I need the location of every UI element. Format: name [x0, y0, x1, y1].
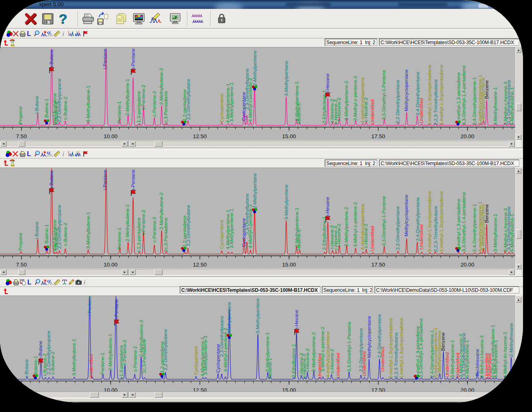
svg-text:12.50: 12.50 [193, 133, 207, 139]
svg-text:3-Methylpentane: 3-Methylpentane [255, 298, 260, 334]
svg-text:Unidentified: Unidentified [444, 352, 450, 377]
svg-text:3-methyl-1,3-pentadiene: 3-methyl-1,3-pentadiene [456, 199, 461, 250]
svg-text:n-Butane: n-Butane [49, 49, 54, 69]
svg-text:2,4-Dimethylpentene-1: 2,4-Dimethylpentene-1 [472, 77, 477, 125]
svg-text:t-Pentene-2: t-Pentene-2 [140, 210, 146, 235]
svg-text:2-Methylhexane: 2-Methylhexane [508, 323, 514, 357]
svg-text:17.50: 17.50 [372, 133, 385, 139]
svg-text:c-Pentene-2: c-Pentene-2 [151, 217, 157, 242]
svg-text:4-Methyl-t-pentene-2: 4-Methyl-t-pentene-2 [247, 204, 253, 249]
svg-text:3,3-Dimethyl-1,4-pentadiene: 3,3-Dimethyl-1,4-pentadiene [461, 192, 466, 252]
svg-text:1c,3-Pentadiene: 1c,3-Pentadiene [163, 91, 168, 125]
svg-text:c-Butene-2: c-Butene-2 [50, 352, 55, 375]
svg-text:Butene-1: Butene-1 [33, 356, 38, 375]
svg-text:i: i [84, 279, 86, 286]
svg-text:Butene-1: Butene-1 [44, 224, 49, 244]
svg-text:3-Methylbutene-1: 3-Methylbutene-1 [85, 212, 91, 249]
svg-text:Benzene: Benzene [484, 204, 489, 223]
svg-text:2-Methylbutene-1: 2-Methylbutene-1 [125, 204, 130, 241]
svg-text:5-methyl-1,3cyclopentadiene: 5-methyl-1,3cyclopentadiene [427, 65, 432, 125]
svg-text:10.00: 10.00 [104, 262, 118, 268]
svg-text:c-Pentene-2: c-Pentene-2 [151, 91, 157, 117]
svg-text:t-Hexene-2: t-Hexene-2 [336, 97, 341, 121]
svg-text:3,3-Dimethyl-1-Pentene: 3,3-Dimethyl-1-Pentene [381, 196, 386, 246]
svg-text:5-methyl-1,3cyclopentadiene: 5-methyl-1,3cyclopentadiene [388, 318, 393, 378]
svg-text:1101: 1101 [20, 279, 24, 281]
svg-text:i-Pentane: i-Pentane [87, 296, 92, 316]
svg-text:Unidentified: Unidentified [361, 352, 367, 376]
svg-text:2-Methylpentene-2: 2-Methylpentene-2 [343, 207, 349, 246]
svg-text:Cyclopentene: Cyclopentene [219, 94, 224, 123]
svg-text:4-Methylhexene-1: 4-Methylhexene-1 [493, 340, 498, 378]
svg-text:Hexene-1: Hexene-1 [296, 103, 301, 123]
svg-text:2,2-Dimethylpropane: 2,2-Dimethylpropane [56, 205, 62, 249]
svg-text:2,2,3-Trimethylbutane: 2,2,3-Trimethylbutane [433, 79, 438, 125]
svg-text:Methylcyclopentane: Methylcyclopentane [366, 316, 372, 358]
svg-text:Unidentified: Unidentified [380, 347, 385, 372]
svg-text:Unidentified: Unidentified [418, 98, 424, 123]
svg-text:t-Pentene-2: t-Pentene-2 [140, 85, 146, 110]
svg-text:2-Methylpentane: 2-Methylpentane [252, 50, 257, 85]
svg-text:n-Pentane: n-Pentane [130, 48, 136, 70]
svg-text:3-Methylhexene-1: 3-Methylhexene-1 [492, 214, 498, 252]
svg-text:7.50: 7.50 [16, 387, 27, 392]
svg-text:i-Butane: i-Butane [24, 359, 29, 377]
svg-text:i-Pentane: i-Pentane [102, 170, 107, 190]
svg-text:5-Methylhexene-1: 5-Methylhexene-1 [464, 340, 470, 378]
svg-text:3-Methylhexene-1: 3-Methylhexene-1 [450, 340, 455, 378]
svg-text:n-Hexane: n-Hexane [325, 74, 330, 94]
svg-text:c-Butene-2: c-Butene-2 [62, 96, 68, 120]
svg-text:n-Hexane: n-Hexane [294, 310, 299, 330]
svg-text:3-Methylbutene-1: 3-Methylbutene-1 [85, 85, 91, 122]
svg-text:2,2-Dimethylpropane: 2,2-Dimethylpropane [56, 78, 62, 123]
svg-text:Hexene-1: Hexene-1 [296, 229, 301, 250]
svg-text:Pentene-1: Pentene-1 [116, 101, 122, 123]
svg-text:Benzene: Benzene [440, 332, 445, 351]
svg-text:n-Butane: n-Butane [49, 170, 54, 190]
svg-text:Cyclopentene: Cyclopentene [219, 220, 224, 249]
svg-text:3-Methyl-c-pentene-2: 3-Methyl-c-pentene-2 [352, 76, 358, 121]
svg-text:Unidentified: Unidentified [88, 354, 93, 379]
svg-text:i: i [62, 151, 65, 157]
svg-text:Benzene: Benzene [484, 80, 489, 99]
svg-text:Cyclopentene: Cyclopentene [193, 346, 198, 375]
svg-text:2,2-Dimethylbutane: 2,2-Dimethylbutane [185, 205, 191, 246]
svg-text:3-Methylpentene-1: 3-Methylpentene-1 [229, 209, 234, 249]
svg-text:17.50: 17.50 [372, 262, 385, 268]
svg-text:n-Pentane: n-Pentane [130, 170, 136, 192]
svg-text:3-Methylpentene-1: 3-Methylpentene-1 [229, 83, 234, 122]
svg-text:3,3-Dimethyl-1-Pentene: 3,3-Dimethyl-1-Pentene [346, 322, 352, 372]
svg-text:?: ? [59, 12, 67, 26]
svg-text:2-Methylpentene-2: 2-Methylpentene-2 [311, 332, 316, 372]
svg-text:c-Hexene-2: c-Hexene-2 [363, 224, 368, 248]
svg-text:3-Methyl-c-pentene-2: 3-Methyl-c-pentene-2 [320, 327, 325, 372]
svg-text:5-Methylhexene-1: 5-Methylhexene-1 [509, 87, 514, 125]
svg-text:t-Pentene-2: t-Pentene-2 [122, 340, 127, 365]
svg-text:2,2,3-Trimethylbutane: 2,2,3-Trimethylbutane [393, 332, 398, 378]
svg-text:c-Hexene-2: c-Hexene-2 [363, 97, 368, 122]
svg-text:3,3-Dimethyl-1-Pentene: 3,3-Dimethyl-1-Pentene [381, 70, 386, 120]
svg-text:3-Methylpentane: 3-Methylpentane [283, 61, 289, 96]
svg-text:20.00: 20.00 [461, 262, 474, 268]
svg-text:Methylcyclopentane: Methylcyclopentane [403, 195, 409, 236]
svg-text:3,3-Dimethyl-1,4-pentadiene: 3,3-Dimethyl-1,4-pentadiene [461, 65, 466, 125]
svg-text:2,2-Dimethylpentane: 2,2-Dimethylpentane [395, 80, 400, 123]
svg-text:5-Methylhexene-1: 5-Methylhexene-1 [509, 214, 514, 252]
svg-text:3-Methylhexene-1: 3-Methylhexene-1 [492, 87, 498, 125]
svg-text:7.50: 7.50 [16, 262, 27, 268]
svg-text:1c,3-Pentadiene: 1c,3-Pentadiene [163, 217, 168, 252]
svg-text:Unidentified: Unidentified [335, 353, 341, 378]
svg-text:Pentene-1: Pentene-1 [100, 353, 105, 375]
svg-text:3-Methylpentene-1: 3-Methylpentene-1 [203, 336, 208, 375]
svg-text:3-Methylpentane: 3-Methylpentane [283, 184, 289, 219]
svg-text:i: i [62, 31, 65, 37]
svg-text:Hexene-1: Hexene-1 [267, 358, 272, 378]
svg-text:i-Pentane: i-Pentane [102, 49, 107, 69]
svg-text:Propene: Propene [18, 233, 23, 251]
svg-text:1-methyl-1,3cyclopentadiene: 1-methyl-1,3cyclopentadiene [439, 65, 444, 125]
svg-text:c-Pentene-2: c-Pentene-2 [132, 346, 138, 372]
svg-text:15.00: 15.00 [282, 133, 296, 139]
svg-text:i-Butane: i-Butane [34, 222, 39, 239]
svg-text:1-methyl-1,3cyclopentadiene: 1-methyl-1,3cyclopentadiene [398, 318, 404, 378]
svg-text:3-methyl-1,3-pentadiene: 3-methyl-1,3-pentadiene [456, 72, 461, 124]
